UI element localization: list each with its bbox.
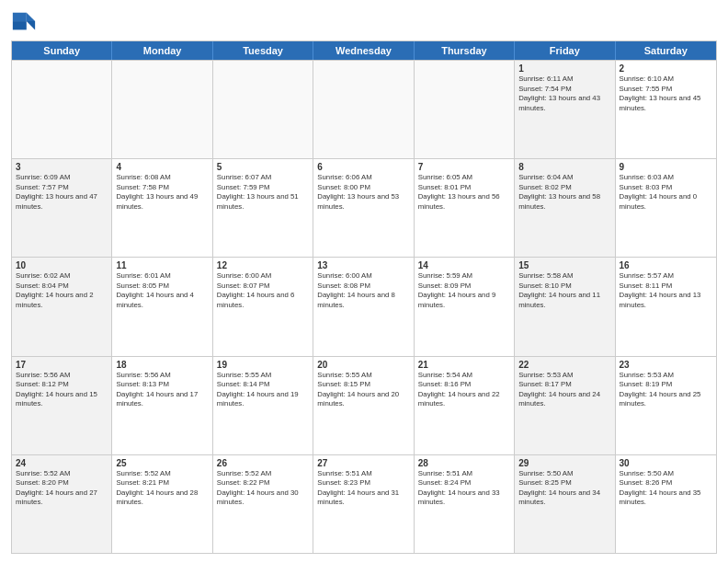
day-info: Sunrise: 6:02 AMSunset: 8:04 PMDaylight:… (16, 271, 108, 310)
header-day-saturday: Saturday (616, 41, 716, 60)
day-info: Sunrise: 5:51 AMSunset: 8:23 PMDaylight:… (317, 469, 409, 508)
logo (11, 9, 40, 35)
header-day-monday: Monday (112, 41, 212, 60)
day-info: Sunrise: 5:52 AMSunset: 8:21 PMDaylight:… (116, 469, 208, 508)
day-number: 17 (16, 360, 108, 370)
day-info: Sunrise: 5:50 AMSunset: 8:25 PMDaylight:… (518, 469, 610, 508)
svg-rect-3 (13, 21, 27, 29)
day-info: Sunrise: 6:00 AMSunset: 8:07 PMDaylight:… (217, 271, 309, 310)
day-info: Sunrise: 6:01 AMSunset: 8:05 PMDaylight:… (116, 271, 208, 310)
day-info: Sunrise: 6:06 AMSunset: 8:00 PMDaylight:… (317, 173, 409, 212)
day-number: 26 (217, 458, 309, 468)
week-row-1: 1Sunrise: 6:11 AMSunset: 7:54 PMDaylight… (12, 60, 716, 158)
day-cell-7: 7Sunrise: 6:05 AMSunset: 8:01 PMDaylight… (415, 159, 515, 257)
day-cell-28: 28Sunrise: 5:51 AMSunset: 8:24 PMDayligh… (415, 455, 515, 553)
empty-cell (415, 61, 515, 158)
day-cell-17: 17Sunrise: 5:56 AMSunset: 8:12 PMDayligh… (12, 357, 112, 454)
day-cell-4: 4Sunrise: 6:08 AMSunset: 7:58 PMDaylight… (112, 159, 212, 257)
day-cell-3: 3Sunrise: 6:09 AMSunset: 7:57 PMDaylight… (12, 159, 112, 257)
day-info: Sunrise: 6:08 AMSunset: 7:58 PMDaylight:… (116, 173, 208, 212)
day-info: Sunrise: 5:55 AMSunset: 8:14 PMDaylight:… (217, 371, 309, 409)
day-cell-25: 25Sunrise: 5:52 AMSunset: 8:21 PMDayligh… (112, 455, 212, 553)
day-cell-9: 9Sunrise: 6:03 AMSunset: 8:03 PMDaylight… (616, 159, 716, 257)
day-cell-29: 29Sunrise: 5:50 AMSunset: 8:25 PMDayligh… (515, 455, 615, 553)
day-cell-12: 12Sunrise: 6:00 AMSunset: 8:07 PMDayligh… (213, 258, 313, 355)
header-day-friday: Friday (515, 41, 615, 60)
day-number: 5 (217, 162, 309, 172)
day-cell-18: 18Sunrise: 5:56 AMSunset: 8:13 PMDayligh… (112, 357, 212, 454)
svg-marker-1 (27, 21, 35, 29)
day-info: Sunrise: 5:58 AMSunset: 8:10 PMDaylight:… (518, 271, 610, 310)
day-cell-5: 5Sunrise: 6:07 AMSunset: 7:59 PMDaylight… (213, 159, 313, 257)
day-info: Sunrise: 6:11 AMSunset: 7:54 PMDaylight:… (518, 75, 610, 113)
svg-marker-0 (27, 13, 35, 21)
calendar-header: SundayMondayTuesdayWednesdayThursdayFrid… (12, 41, 716, 60)
day-number: 1 (518, 63, 610, 74)
day-info: Sunrise: 6:05 AMSunset: 8:01 PMDaylight:… (418, 173, 510, 212)
day-number: 22 (518, 360, 610, 370)
day-info: Sunrise: 5:56 AMSunset: 8:12 PMDaylight:… (16, 371, 108, 409)
day-cell-21: 21Sunrise: 5:54 AMSunset: 8:16 PMDayligh… (415, 357, 515, 454)
day-cell-10: 10Sunrise: 6:02 AMSunset: 8:04 PMDayligh… (12, 258, 112, 355)
week-row-3: 10Sunrise: 6:02 AMSunset: 8:04 PMDayligh… (12, 257, 716, 355)
day-info: Sunrise: 5:59 AMSunset: 8:09 PMDaylight:… (418, 271, 510, 310)
header-day-sunday: Sunday (12, 41, 112, 60)
day-cell-1: 1Sunrise: 6:11 AMSunset: 7:54 PMDaylight… (515, 61, 615, 158)
day-number: 16 (620, 260, 712, 270)
day-info: Sunrise: 6:07 AMSunset: 7:59 PMDaylight:… (217, 173, 309, 212)
day-number: 11 (116, 260, 208, 270)
day-info: Sunrise: 5:53 AMSunset: 8:17 PMDaylight:… (518, 371, 610, 409)
day-cell-16: 16Sunrise: 5:57 AMSunset: 8:11 PMDayligh… (616, 258, 716, 355)
day-info: Sunrise: 6:09 AMSunset: 7:57 PMDaylight:… (16, 173, 108, 212)
day-number: 27 (317, 458, 409, 468)
day-number: 13 (317, 260, 409, 270)
day-info: Sunrise: 5:55 AMSunset: 8:15 PMDaylight:… (317, 371, 409, 409)
day-info: Sunrise: 5:52 AMSunset: 8:22 PMDaylight:… (217, 469, 309, 508)
day-number: 30 (620, 458, 712, 468)
day-cell-15: 15Sunrise: 5:58 AMSunset: 8:10 PMDayligh… (515, 258, 615, 355)
week-row-2: 3Sunrise: 6:09 AMSunset: 7:57 PMDaylight… (12, 158, 716, 257)
day-number: 20 (317, 360, 409, 370)
day-cell-6: 6Sunrise: 6:06 AMSunset: 8:00 PMDaylight… (313, 159, 414, 257)
day-number: 28 (418, 458, 510, 468)
day-cell-2: 2Sunrise: 6:10 AMSunset: 7:55 PMDaylight… (616, 61, 716, 158)
day-number: 15 (518, 260, 610, 270)
day-info: Sunrise: 6:00 AMSunset: 8:08 PMDaylight:… (317, 271, 409, 310)
day-number: 25 (116, 458, 208, 468)
day-cell-19: 19Sunrise: 5:55 AMSunset: 8:14 PMDayligh… (213, 357, 313, 454)
day-number: 23 (620, 360, 712, 370)
day-cell-13: 13Sunrise: 6:00 AMSunset: 8:08 PMDayligh… (313, 258, 414, 355)
day-info: Sunrise: 5:51 AMSunset: 8:24 PMDaylight:… (418, 469, 510, 508)
day-info: Sunrise: 6:10 AMSunset: 7:55 PMDaylight:… (620, 75, 712, 113)
day-info: Sunrise: 5:56 AMSunset: 8:13 PMDaylight:… (116, 371, 208, 409)
day-number: 29 (518, 458, 610, 468)
calendar-body: 1Sunrise: 6:11 AMSunset: 7:54 PMDaylight… (12, 60, 716, 553)
day-number: 12 (217, 260, 309, 270)
week-row-4: 17Sunrise: 5:56 AMSunset: 8:12 PMDayligh… (12, 356, 716, 454)
day-cell-20: 20Sunrise: 5:55 AMSunset: 8:15 PMDayligh… (313, 357, 414, 454)
day-cell-22: 22Sunrise: 5:53 AMSunset: 8:17 PMDayligh… (515, 357, 615, 454)
empty-cell (213, 61, 313, 158)
day-cell-8: 8Sunrise: 6:04 AMSunset: 8:02 PMDaylight… (515, 159, 615, 257)
day-info: Sunrise: 5:52 AMSunset: 8:20 PMDaylight:… (16, 469, 108, 508)
day-info: Sunrise: 5:57 AMSunset: 8:11 PMDaylight:… (620, 271, 712, 310)
day-info: Sunrise: 5:53 AMSunset: 8:19 PMDaylight:… (620, 371, 712, 409)
day-cell-26: 26Sunrise: 5:52 AMSunset: 8:22 PMDayligh… (213, 455, 313, 553)
day-info: Sunrise: 5:50 AMSunset: 8:26 PMDaylight:… (620, 469, 712, 508)
day-number: 19 (217, 360, 309, 370)
day-cell-30: 30Sunrise: 5:50 AMSunset: 8:26 PMDayligh… (616, 455, 716, 553)
day-number: 21 (418, 360, 510, 370)
day-cell-11: 11Sunrise: 6:01 AMSunset: 8:05 PMDayligh… (112, 258, 212, 355)
header-day-wednesday: Wednesday (313, 41, 414, 60)
logo-icon (11, 9, 37, 35)
day-number: 9 (620, 162, 712, 172)
day-number: 14 (418, 260, 510, 270)
day-cell-14: 14Sunrise: 5:59 AMSunset: 8:09 PMDayligh… (415, 258, 515, 355)
day-info: Sunrise: 6:03 AMSunset: 8:03 PMDaylight:… (620, 173, 712, 212)
calendar: SundayMondayTuesdayWednesdayThursdayFrid… (11, 40, 717, 554)
day-number: 18 (116, 360, 208, 370)
svg-rect-2 (13, 13, 27, 21)
empty-cell (12, 61, 112, 158)
page: SundayMondayTuesdayWednesdayThursdayFrid… (0, 0, 728, 563)
day-info: Sunrise: 5:54 AMSunset: 8:16 PMDaylight:… (418, 371, 510, 409)
